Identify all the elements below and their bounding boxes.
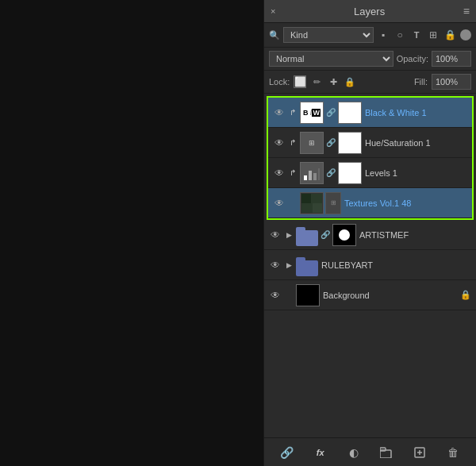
fill-label: Fill: <box>414 77 428 87</box>
blend-mode-select[interactable]: Normal Dissolve Multiply Screen Overlay <box>269 51 393 67</box>
layer-icons-rulebyart <box>296 254 318 276</box>
filter-kind-select[interactable]: Kind Name Effect Mode <box>283 27 374 43</box>
layer-mask-hue1 <box>338 132 362 154</box>
levels-svg <box>302 166 321 180</box>
textures-extra-icon: ⊞ <box>325 192 341 214</box>
lock-icon-background: 🔒 <box>460 290 471 301</box>
layer-item-artistmef[interactable]: 👁 ▶ 🔗 ARTISTMEF <box>264 220 476 250</box>
opacity-label: Opacity: <box>397 54 428 64</box>
lock-icons: ⬜ ✏ ✚ 🔒 <box>294 75 410 88</box>
lock-all-button[interactable]: 🔒 <box>344 75 356 88</box>
filter-shape-icon[interactable]: ⊞ <box>427 29 440 41</box>
svg-rect-3 <box>318 168 320 180</box>
layer-mask-levels1 <box>338 162 362 184</box>
visibility-icon-levels1[interactable]: 👁 <box>273 167 286 179</box>
filter-text-icon[interactable]: T <box>410 29 423 41</box>
layer-thumb-background <box>296 284 320 306</box>
search-icon: 🔍 <box>269 29 280 40</box>
lock-row: Lock: ⬜ ✏ ✚ 🔒 Fill: <box>264 71 476 94</box>
delete-layer-button[interactable]: 🗑 <box>444 444 462 461</box>
new-fill-adjustment-button[interactable]: ◐ <box>345 444 363 461</box>
svg-rect-0 <box>304 175 307 180</box>
svg-rect-8 <box>380 448 386 451</box>
panel-header: × Layers ≡ <box>264 0 476 23</box>
mode-row: Normal Dissolve Multiply Screen Overlay … <box>264 48 476 71</box>
panel-close-button[interactable]: × <box>271 6 275 16</box>
bw-adjustment-icon: B/W <box>300 102 324 124</box>
layer-name-background: Background <box>323 291 457 300</box>
visibility-icon-rulebyart[interactable]: 👁 <box>269 259 282 272</box>
expand-arrow-rulebyart[interactable]: ▶ <box>285 261 293 269</box>
panel-menu-button[interactable]: ≡ <box>463 5 470 17</box>
layer-clip-icon-hue1: ↱ <box>289 138 297 147</box>
hue-adjustment-icon: ⊞ <box>300 132 324 154</box>
chain-icon-bw1: 🔗 <box>326 108 336 117</box>
visibility-icon-bw1[interactable]: 👁 <box>273 106 286 119</box>
layer-icons-background <box>296 284 320 306</box>
layer-clip-icon-levels1: ↱ <box>289 168 297 177</box>
svg-rect-1 <box>309 171 312 180</box>
layer-thumb-textures <box>300 192 324 214</box>
layer-item-background[interactable]: 👁 ▶ Background 🔒 <box>264 280 476 310</box>
new-group-icon <box>380 447 393 458</box>
filter-type-icons: ▪ ○ T ⊞ 🔒 <box>377 29 471 41</box>
layer-icons-textures: ⊞ <box>300 192 341 214</box>
layer-mask-bw1 <box>338 102 362 124</box>
fill-input[interactable] <box>432 74 471 90</box>
chain-icon-artistmef: 🔗 <box>321 230 330 239</box>
layer-item-bw1[interactable]: 👁 ↱ B/W 🔗 Black & White 1 <box>268 98 472 128</box>
link-layers-button[interactable]: 🔗 <box>278 444 296 461</box>
fx-button[interactable]: fx <box>312 444 329 461</box>
layer-item-textures[interactable]: 👁 ↱ ⊞ Textures Vol.1 48 <box>268 188 472 218</box>
visibility-icon-background[interactable]: 👁 <box>269 289 282 302</box>
svg-rect-6 <box>313 203 322 213</box>
canvas-area <box>0 0 263 466</box>
layers-panel: × Layers ≡ 🔍 Kind Name Effect Mode ▪ ○ T… <box>263 0 476 466</box>
layers-list: 👁 ↱ B/W 🔗 Black & White 1 👁 ↱ <box>264 94 476 437</box>
selected-group-border: 👁 ↱ B/W 🔗 Black & White 1 👁 ↱ <box>267 96 474 220</box>
svg-rect-5 <box>301 194 311 203</box>
layer-name-hue1: Hue/Saturation 1 <box>365 138 467 148</box>
layer-name-levels1: Levels 1 <box>365 168 467 178</box>
filter-enabled-icon[interactable] <box>460 29 471 40</box>
lock-position-button[interactable]: ✚ <box>327 75 340 88</box>
visibility-icon-artistmef[interactable]: 👁 <box>269 229 282 241</box>
lock-transparent-button[interactable]: ⬜ <box>294 75 306 88</box>
chain-icon-levels1: 🔗 <box>326 168 336 177</box>
chain-icon-hue1: 🔗 <box>326 138 336 147</box>
opacity-input[interactable] <box>432 51 471 67</box>
layer-name-artistmef: ARTISTMEF <box>359 230 471 240</box>
new-group-button[interactable] <box>378 444 395 461</box>
filter-smart-icon[interactable]: 🔒 <box>443 29 456 41</box>
layer-adj-icons-levels1: 🔗 <box>300 162 362 184</box>
lock-label: Lock: <box>269 77 290 87</box>
visibility-icon-textures[interactable]: 👁 <box>273 197 286 210</box>
folder-thumb-rulebyart <box>296 254 318 276</box>
filter-row: 🔍 Kind Name Effect Mode ▪ ○ T ⊞ 🔒 <box>264 23 476 48</box>
layer-spacer-background: ▶ <box>285 291 293 299</box>
layer-list-spacer <box>264 310 476 342</box>
new-layer-button[interactable] <box>411 444 428 461</box>
layer-icons-artistmef: 🔗 <box>296 224 356 246</box>
folder-thumb-artistmef <box>296 224 318 246</box>
panel-title: Layers <box>354 6 385 17</box>
layer-name-rulebyart: RULEBYART <box>321 260 471 270</box>
layer-item-hue1[interactable]: 👁 ↱ ⊞ 🔗 Hue/Saturation 1 <box>268 128 472 158</box>
svg-rect-2 <box>313 173 317 180</box>
panel-footer: 🔗 fx ◐ 🗑 <box>264 437 476 466</box>
layer-item-levels1[interactable]: 👁 ↱ 🔗 Levels 1 <box>268 158 472 188</box>
layer-adj-icons-bw1: B/W 🔗 <box>300 102 362 124</box>
layer-item-rulebyart[interactable]: 👁 ▶ RULEBYART <box>264 250 476 280</box>
layer-spacer-textures: ↱ <box>289 198 297 207</box>
textures-thumb-svg <box>301 194 322 213</box>
lock-image-button[interactable]: ✏ <box>310 75 323 88</box>
visibility-icon-hue1[interactable]: 👁 <box>273 137 286 149</box>
filter-pixel-icon[interactable]: ▪ <box>377 29 390 41</box>
levels-adjustment-icon <box>300 162 324 184</box>
layer-clip-icon-bw1: ↱ <box>289 108 297 117</box>
expand-arrow-artistmef[interactable]: ▶ <box>285 231 293 239</box>
filter-adjustment-icon[interactable]: ○ <box>393 29 406 41</box>
layer-adj-icons-hue1: ⊞ 🔗 <box>300 132 362 154</box>
new-layer-icon <box>414 447 425 458</box>
layer-name-bw1: Black & White 1 <box>365 108 467 117</box>
